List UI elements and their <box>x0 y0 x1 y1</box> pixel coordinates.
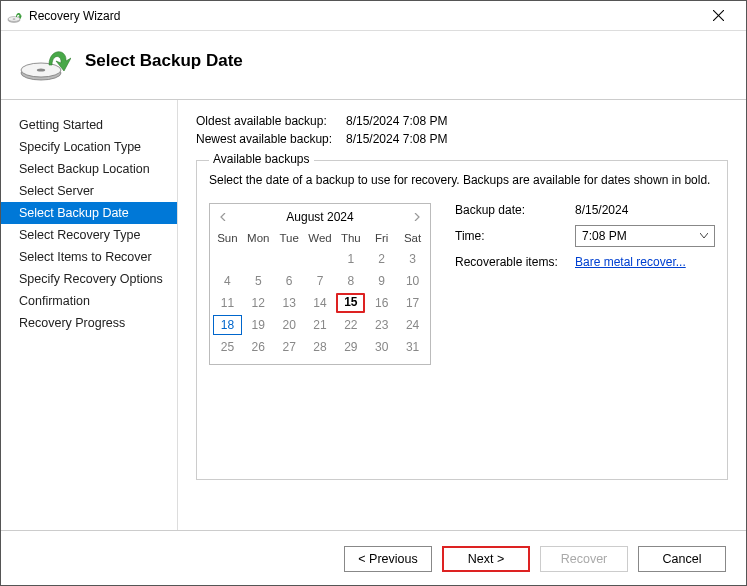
sidebar-item-specify-location-type[interactable]: Specify Location Type <box>1 136 177 158</box>
dow-sat: Sat <box>397 230 428 246</box>
next-button[interactable]: Next > <box>442 546 530 572</box>
newest-backup-row: Newest available backup: 8/15/2024 7:08 … <box>196 132 728 146</box>
calendar-next-month[interactable] <box>410 210 424 224</box>
backup-details: Backup date: 8/15/2024 Time: 7:08 PM <box>455 203 715 365</box>
chevron-down-icon <box>700 233 708 239</box>
titlebar: Recovery Wizard <box>1 1 746 31</box>
sidebar-item-confirmation[interactable]: Confirmation <box>1 290 177 312</box>
calendar-day[interactable]: 1 <box>336 249 365 269</box>
content-row: August 2024 Sun Mon Tue Wed Thu Fri Sat <box>209 203 715 365</box>
sidebar-item-select-items-to-recover[interactable]: Select Items to Recover <box>1 246 177 268</box>
calendar-day[interactable]: 31 <box>398 337 427 357</box>
calendar-day[interactable]: 11 <box>213 293 242 313</box>
sidebar-item-select-backup-location[interactable]: Select Backup Location <box>1 158 177 180</box>
time-select[interactable]: 7:08 PM <box>575 225 715 247</box>
window-title: Recovery Wizard <box>29 9 698 23</box>
main: Oldest available backup: 8/15/2024 7:08 … <box>178 100 746 530</box>
calendar-day[interactable]: 14 <box>306 293 335 313</box>
close-button[interactable] <box>698 2 738 30</box>
svg-point-2 <box>13 18 16 19</box>
calendar-day[interactable]: 22 <box>336 315 365 335</box>
time-label: Time: <box>455 229 575 243</box>
calendar-empty <box>306 249 335 269</box>
oldest-backup-row: Oldest available backup: 8/15/2024 7:08 … <box>196 114 728 128</box>
recover-button: Recover <box>540 546 628 572</box>
calendar-empty <box>275 249 304 269</box>
calendar-day[interactable]: 3 <box>398 249 427 269</box>
calendar-day[interactable]: 21 <box>306 315 335 335</box>
sidebar-item-select-recovery-type[interactable]: Select Recovery Type <box>1 224 177 246</box>
fieldset-description: Select the date of a backup to use for r… <box>209 173 715 187</box>
time-select-value: 7:08 PM <box>582 229 627 243</box>
calendar-day[interactable]: 5 <box>244 271 273 291</box>
previous-button[interactable]: < Previous <box>344 546 432 572</box>
calendar-prev-month[interactable] <box>216 210 230 224</box>
sidebar-item-select-backup-date[interactable]: Select Backup Date <box>1 202 177 224</box>
sidebar-item-specify-recovery-options[interactable]: Specify Recovery Options <box>1 268 177 290</box>
calendar-day[interactable]: 15 <box>336 293 365 313</box>
body: Getting Started Specify Location Type Se… <box>1 100 746 530</box>
calendar-day[interactable]: 20 <box>275 315 304 335</box>
calendar-day[interactable]: 9 <box>367 271 396 291</box>
calendar-day[interactable]: 18 <box>213 315 242 335</box>
calendar-day[interactable]: 25 <box>213 337 242 357</box>
header: Select Backup Date <box>1 31 746 100</box>
recovery-large-icon <box>19 41 71 81</box>
chevron-left-icon <box>220 213 226 221</box>
calendar-day[interactable]: 24 <box>398 315 427 335</box>
fieldset-legend: Available backups <box>209 152 314 166</box>
cancel-button[interactable]: Cancel <box>638 546 726 572</box>
newest-backup-label: Newest available backup: <box>196 132 346 146</box>
calendar-day[interactable]: 4 <box>213 271 242 291</box>
recoverable-items-link[interactable]: Bare metal recover... <box>575 255 686 269</box>
dow-fri: Fri <box>366 230 397 246</box>
calendar-body: 1234567891011121314151617181920212223242… <box>210 246 430 358</box>
calendar-empty <box>213 249 242 269</box>
chevron-right-icon <box>414 213 420 221</box>
calendar-day[interactable]: 7 <box>306 271 335 291</box>
sidebar-item-select-server[interactable]: Select Server <box>1 180 177 202</box>
dow-wed: Wed <box>305 230 336 246</box>
calendar-header: August 2024 <box>210 206 430 228</box>
dow-sun: Sun <box>212 230 243 246</box>
calendar-day[interactable]: 17 <box>398 293 427 313</box>
sidebar: Getting Started Specify Location Type Se… <box>1 100 178 530</box>
calendar-day[interactable]: 8 <box>336 271 365 291</box>
calendar-day[interactable]: 28 <box>306 337 335 357</box>
dow-mon: Mon <box>243 230 274 246</box>
calendar-day[interactable]: 23 <box>367 315 396 335</box>
backup-date-value: 8/15/2024 <box>575 203 715 217</box>
calendar-dow-row: Sun Mon Tue Wed Thu Fri Sat <box>210 228 430 246</box>
calendar-empty <box>244 249 273 269</box>
page-title: Select Backup Date <box>85 51 243 71</box>
available-backups-fieldset: Available backups Select the date of a b… <box>196 160 728 480</box>
calendar-day[interactable]: 16 <box>367 293 396 313</box>
recoverable-items-label: Recoverable items: <box>455 255 575 269</box>
calendar-day[interactable]: 27 <box>275 337 304 357</box>
footer: < Previous Next > Recover Cancel <box>1 530 746 586</box>
recovery-icon <box>7 8 23 24</box>
oldest-backup-value: 8/15/2024 7:08 PM <box>346 114 447 128</box>
calendar-day[interactable]: 29 <box>336 337 365 357</box>
calendar-day[interactable]: 6 <box>275 271 304 291</box>
close-icon <box>713 10 724 21</box>
calendar-month-title: August 2024 <box>286 210 353 224</box>
calendar-day[interactable]: 2 <box>367 249 396 269</box>
calendar-day[interactable]: 13 <box>275 293 304 313</box>
dow-thu: Thu <box>335 230 366 246</box>
calendar-day[interactable]: 10 <box>398 271 427 291</box>
backup-date-label: Backup date: <box>455 203 575 217</box>
sidebar-item-getting-started[interactable]: Getting Started <box>1 114 177 136</box>
newest-backup-value: 8/15/2024 7:08 PM <box>346 132 447 146</box>
sidebar-item-recovery-progress[interactable]: Recovery Progress <box>1 312 177 334</box>
calendar: August 2024 Sun Mon Tue Wed Thu Fri Sat <box>209 203 431 365</box>
calendar-day[interactable]: 12 <box>244 293 273 313</box>
calendar-day[interactable]: 30 <box>367 337 396 357</box>
calendar-day[interactable]: 26 <box>244 337 273 357</box>
calendar-day[interactable]: 19 <box>244 315 273 335</box>
svg-point-7 <box>37 68 45 71</box>
oldest-backup-label: Oldest available backup: <box>196 114 346 128</box>
dow-tue: Tue <box>274 230 305 246</box>
